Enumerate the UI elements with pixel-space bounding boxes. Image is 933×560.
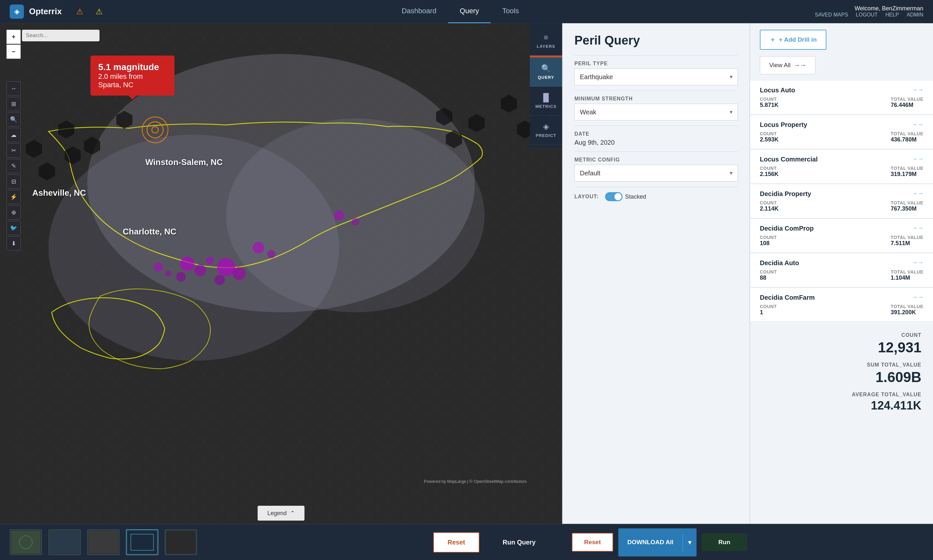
view-all-button[interactable]: View All →→ [760,56,815,74]
svg-point-20 [351,218,359,226]
download-label: DOWNLOAD All [618,534,683,551]
layers-icon: ≡ [544,33,548,42]
result-name-5: Decidia Auto [760,259,799,267]
svg-point-34 [147,122,163,138]
thumb-2-preview [50,531,79,554]
alert-yellow-icon[interactable]: ⚠ [93,6,106,17]
epicenter-rings [139,114,171,146]
result-link-4[interactable]: →→ [912,225,923,232]
predict-label: PREDICT [536,133,556,138]
map-tool-query[interactable]: 🔍 QUERY [530,57,562,86]
zoom-in-button[interactable]: + [6,30,21,44]
download-arrow-icon[interactable]: ▾ [683,534,696,551]
query-label: QUERY [538,75,554,80]
result-item-decidia-auto: Decidia Auto →→ COUNT 88 TOTAL VALUE 1.1… [750,254,933,288]
run-query-button[interactable]: Run Query [486,533,553,552]
map-zoom-controls: + − [6,30,21,59]
svg-rect-38 [50,531,79,554]
eq-location: Sparta, NC [98,81,167,89]
map-thumb-4[interactable] [126,529,158,555]
map-search-input[interactable] [26,32,95,39]
result-header-0: Locus Auto →→ [760,86,923,94]
svg-point-13 [232,267,246,280]
map-tool-predict[interactable]: ◈ PREDICT [530,115,562,145]
nav-right-links: SAVED MAPS LOGOUT HELP ADMIN [815,12,923,18]
predict-icon: ◈ [543,122,549,131]
layout-field: Layout: Stacked [563,187,750,206]
nav-dashboard[interactable]: Dashboard [390,0,448,23]
tool-pin[interactable]: ⊕ [6,205,21,220]
minimum-strength-select[interactable]: Weak [574,104,738,120]
svg-point-17 [252,242,264,254]
map-thumb-2[interactable] [48,529,81,555]
app-name: Opterrix [29,6,62,17]
tool-edit[interactable]: ✎ [6,159,21,173]
result-metrics-6: COUNT 1 TOTAL VALUE 391.200K [760,304,923,316]
result-metrics-3: COUNT 2.114K TOTAL VALUE 767.350M [760,200,923,212]
results-run-button[interactable]: Run [702,534,747,551]
nav-tools[interactable]: Tools [491,0,530,23]
metric-config-select[interactable]: Default [574,165,738,182]
svg-rect-42 [166,531,196,554]
svg-point-15 [154,263,163,272]
admin-link[interactable]: ADMIN [907,12,923,18]
map-thumb-3[interactable] [87,529,120,555]
result-metrics-0: COUNT 5.871K TOTAL VALUE 76.446M [760,97,923,109]
tool-download[interactable]: ⬇ [6,236,21,251]
svg-point-35 [152,126,158,133]
logo-area: ◈ Opterrix ⚠ ⚠ [0,5,115,19]
result-metrics-5: COUNT 88 TOTAL VALUE 1.104M [760,269,923,281]
nav-links: Dashboard Query Tools [390,0,530,23]
map-area[interactable]: Asheville, NC Charlotte, NC Winston-Sale… [0,23,562,524]
nav-query[interactable]: Query [448,0,491,23]
metric-total-col-0: TOTAL VALUE 76.446M [891,97,923,109]
result-link-6[interactable]: →→ [912,294,923,301]
result-header-2: Locus Commercial →→ [760,156,923,163]
map-tool-layers[interactable]: ≡ LAYERS [530,26,562,55]
thumb-5-preview [166,531,196,554]
tool-lightning[interactable]: ⚡ [6,190,21,204]
tool-draw[interactable]: ✂ [6,143,21,158]
alert-icons: ⚠ ⚠ [73,6,106,17]
map-thumb-1[interactable] [10,529,42,555]
download-button[interactable]: DOWNLOAD All ▾ [618,528,696,557]
result-header-5: Decidia Auto →→ [760,259,923,267]
svg-point-18 [267,250,276,258]
legend-bar[interactable]: Legend ⌃ [257,506,304,521]
add-drill-button[interactable]: ＋ + Add Drill in [760,30,827,50]
result-link-1[interactable]: →→ [912,121,923,128]
alert-orange-icon[interactable]: ⚠ [73,6,86,17]
layout-toggle-label: Stacked [625,194,646,200]
svg-rect-36 [11,531,40,554]
metrics-icon: ▐▌ [540,93,551,102]
tool-twitter[interactable]: 🐦 [6,221,21,235]
saved-maps-link[interactable]: SAVED MAPS [815,12,848,18]
peril-type-select[interactable]: Earthquake [574,68,738,85]
tool-layer[interactable]: ☁ [6,128,21,142]
count-total-label: COUNT [762,332,921,338]
logout-link[interactable]: LOGOUT [856,12,878,18]
peril-type-label: PERIL TYPE [574,61,738,66]
result-header-4: Decidia ComProp →→ [760,225,923,232]
result-link-3[interactable]: →→ [912,190,923,197]
result-header-1: Locus Property →→ [760,121,923,129]
zoom-out-button[interactable]: − [6,45,21,59]
map-reset-button[interactable]: Reset [433,532,479,552]
result-link-5[interactable]: →→ [912,259,923,266]
tool-select[interactable]: ↔ [6,82,21,95]
tool-move[interactable]: ⊞ [6,97,21,111]
help-link[interactable]: HELP [885,12,899,18]
results-reset-button[interactable]: Reset [572,533,613,552]
result-link-0[interactable]: →→ [912,86,923,93]
eq-magnitude: 5.1 magnitude [98,62,167,72]
tool-zoom-area[interactable]: 🔍 [6,112,21,126]
map-tool-metrics[interactable]: ▐▌ METRICS [530,86,562,115]
result-name-3: Decidia Property [760,190,811,198]
layout-toggle[interactable]: Stacked [605,192,646,201]
bottom-right-bar: Reset DOWNLOAD All ▾ Run [562,524,933,560]
result-link-2[interactable]: →→ [912,156,923,162]
tool-delete[interactable]: ⊟ [6,174,21,189]
thumb-1-preview [11,531,40,554]
map-thumb-5[interactable] [165,529,197,555]
map-search-bar[interactable] [22,30,100,42]
